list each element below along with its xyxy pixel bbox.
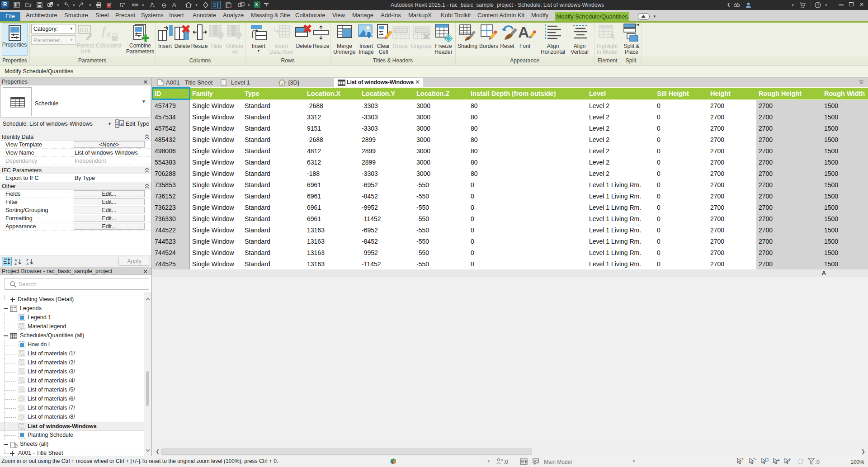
svg-text:Z: Z (14, 262, 17, 265)
svg-text:x: x (106, 28, 111, 39)
svg-text:A: A (518, 24, 529, 41)
svg-text:A: A (26, 262, 29, 265)
svg-text:0.0: 0.0 (80, 27, 88, 33)
